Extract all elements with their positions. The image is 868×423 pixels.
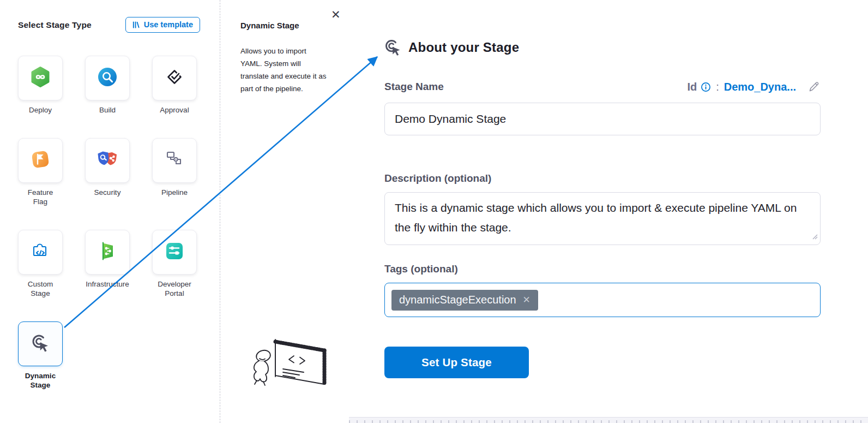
pipeline-icon (163, 148, 186, 173)
build-tile-button[interactable] (85, 56, 130, 100)
infrastructure-tile-button[interactable] (85, 230, 130, 275)
stage-name-label: Stage Name (384, 81, 444, 93)
stage-tile-deploy: Deploy (18, 56, 63, 115)
tag-remove-icon[interactable]: ✕ (523, 295, 531, 305)
description-label: Description (optional) (384, 172, 491, 184)
tag-chip: dynamicStageExecution ✕ (391, 290, 538, 311)
dynamic-stage-icon (29, 332, 51, 356)
pencil-icon (807, 81, 819, 93)
approval-tile-button[interactable] (152, 56, 197, 100)
infrastructure-icon (96, 240, 119, 265)
security-icon (95, 148, 120, 173)
stage-tile-approval: Approval (152, 56, 197, 115)
stage-tile-dynamic: Dynamic Stage (18, 321, 63, 390)
stage-tile-developer-portal: Developer Portal (152, 230, 197, 298)
close-icon[interactable]: ✕ (329, 7, 343, 22)
tile-label: Custom Stage (8, 279, 73, 298)
tile-label: Feature Flag (8, 188, 73, 206)
tile-label: Infrastructure (75, 279, 140, 289)
stage-helper-panel: ✕ Dynamic Stage Allows you to import YAM… (221, 0, 349, 423)
deploy-icon (29, 65, 52, 91)
about-stage-header: About your Stage (383, 37, 519, 57)
pipeline-tile-button[interactable] (152, 138, 197, 183)
stage-tile-pipeline: Pipeline (152, 138, 197, 206)
tile-label: Security (75, 188, 140, 197)
page-title: Select Stage Type (18, 20, 92, 30)
stage-tile-feature-flag: Feature Flag (18, 138, 63, 206)
stage-type-header: Select Stage Type Use template (0, 0, 220, 33)
use-template-button[interactable]: Use template (125, 17, 200, 33)
use-template-label: Use template (144, 20, 193, 29)
tile-label: Build (75, 105, 140, 115)
dynamic-stage-icon (383, 37, 403, 57)
description-textarea[interactable]: This is a dynamic stage which allows you… (384, 192, 821, 245)
info-icon[interactable] (701, 82, 711, 92)
stage-name-input[interactable] (384, 103, 821, 135)
pipeline-canvas-edge (349, 417, 868, 423)
person-at-whiteboard-illustration (247, 334, 342, 403)
dynamic-stage-tile-button[interactable] (18, 321, 63, 366)
custom-stage-icon (29, 240, 52, 265)
tile-label: Developer Portal (142, 279, 207, 298)
feature-flag-icon (29, 148, 52, 173)
stage-tile-infrastructure: Infrastructure (85, 230, 130, 298)
helper-panel-description: Allows you to import YAML. System will t… (240, 45, 328, 95)
deploy-tile-button[interactable] (18, 56, 63, 100)
developer-portal-icon (163, 240, 186, 265)
build-icon (96, 65, 119, 91)
stage-type-grid: Deploy Build (0, 33, 220, 390)
template-library-icon (132, 21, 140, 29)
feature-flag-tile-button[interactable] (18, 138, 63, 183)
about-stage-panel: About your Stage Stage Name Id : Demo_Dy… (349, 0, 868, 423)
tag-chip-label: dynamicStageExecution (399, 294, 516, 306)
id-label: Id (687, 81, 697, 93)
tile-label: Pipeline (142, 188, 207, 197)
tags-input[interactable]: dynamicStageExecution ✕ (384, 283, 821, 317)
stage-tile-build: Build (85, 56, 130, 115)
tags-label: Tags (optional) (384, 263, 458, 275)
id-separator: : (716, 81, 719, 93)
edit-id-button[interactable] (806, 80, 821, 94)
approval-icon (163, 65, 186, 91)
about-stage-title: About your Stage (408, 40, 519, 55)
tile-label: Deploy (8, 105, 73, 115)
stage-id-value[interactable]: Demo_Dyna... (724, 81, 796, 93)
description-field-wrap: This is a dynamic stage which allows you… (384, 192, 821, 245)
stage-id-row: Id : Demo_Dyna... (687, 80, 821, 94)
custom-stage-tile-button[interactable] (18, 230, 63, 275)
stage-tile-custom: Custom Stage (18, 230, 63, 298)
developer-portal-tile-button[interactable] (152, 230, 197, 275)
stage-tile-security: Security (85, 138, 130, 206)
set-up-stage-button[interactable]: Set Up Stage (384, 347, 529, 378)
stage-name-row: Stage Name Id : Demo_Dyna... (384, 80, 821, 94)
security-tile-button[interactable] (85, 138, 130, 183)
stage-type-panel: Select Stage Type Use template (0, 0, 220, 423)
tile-label: Dynamic Stage (8, 371, 73, 390)
tile-label: Approval (142, 105, 207, 115)
